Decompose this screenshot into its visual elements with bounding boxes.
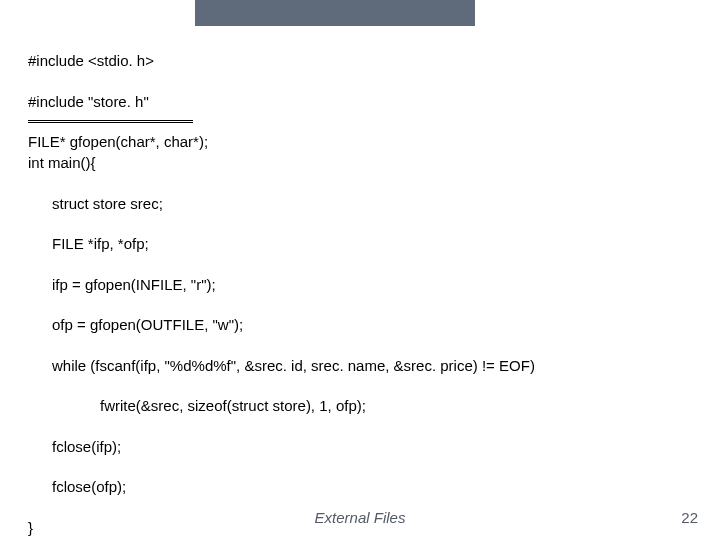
code-line: #include "store. h" xyxy=(28,92,208,112)
code-line: while (fscanf(ifp, "%d%d%f", &srec. id, … xyxy=(28,356,535,376)
page-number: 22 xyxy=(681,509,698,526)
code-line: fclose(ofp); xyxy=(28,477,535,497)
footer-title: External Files xyxy=(0,509,720,526)
divider-line xyxy=(28,120,193,123)
code-line: struct store srec; xyxy=(28,194,535,214)
code-line: int main(){ xyxy=(28,153,535,173)
code-line: FILE *ifp, *ofp; xyxy=(28,234,535,254)
title-bar-placeholder xyxy=(195,0,475,26)
code-line: fclose(ifp); xyxy=(28,437,535,457)
code-line: #include <stdio. h> xyxy=(28,51,208,71)
code-line: ofp = gfopen(OUTFILE, "w"); xyxy=(28,315,535,335)
code-block-main: int main(){ struct store srec; FILE *ifp… xyxy=(28,133,535,540)
code-line: fwrite(&srec, sizeof(struct store), 1, o… xyxy=(28,396,535,416)
code-line: ifp = gfopen(INFILE, "r"); xyxy=(28,275,535,295)
